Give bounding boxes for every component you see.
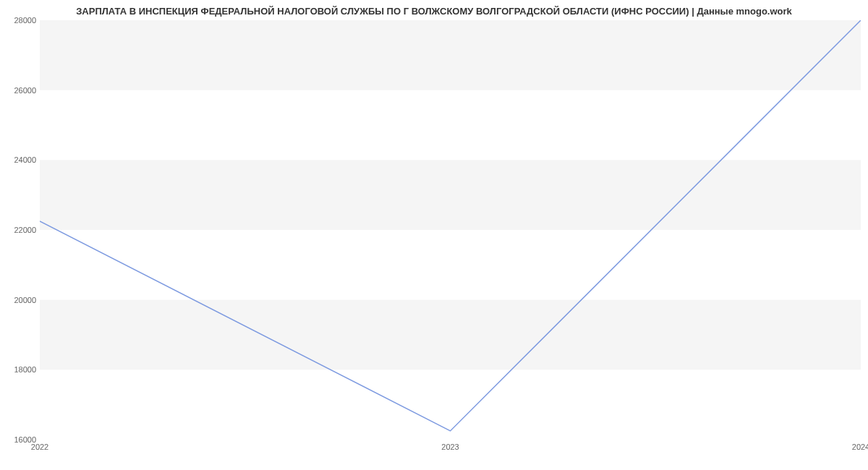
chart-title: ЗАРПЛАТА В ИНСПЕКЦИЯ ФЕДЕРАЛЬНОЙ НАЛОГОВ… [0,6,868,17]
grid-band [40,20,861,90]
x-tick-label: 2024 [852,443,868,451]
x-tick-label: 2023 [441,443,459,451]
y-tick-label: 28000 [0,16,36,25]
y-tick-label: 24000 [0,155,36,164]
grid-band [40,300,861,370]
y-axis-ticks: 28000 26000 24000 22000 20000 18000 1600… [0,20,36,440]
y-tick-label: 20000 [0,296,36,304]
x-axis-ticks: 2022 2023 2024 [40,443,861,457]
x-tick-label: 2022 [31,443,48,451]
grid-band [40,160,861,230]
y-tick-label: 26000 [0,86,36,95]
chart-container: ЗАРПЛАТА В ИНСПЕКЦИЯ ФЕДЕРАЛЬНОЙ НАЛОГОВ… [0,0,868,470]
chart-svg [40,20,861,440]
plot-area [40,20,861,440]
y-tick-label: 18000 [0,365,36,374]
y-tick-label: 22000 [0,226,36,234]
